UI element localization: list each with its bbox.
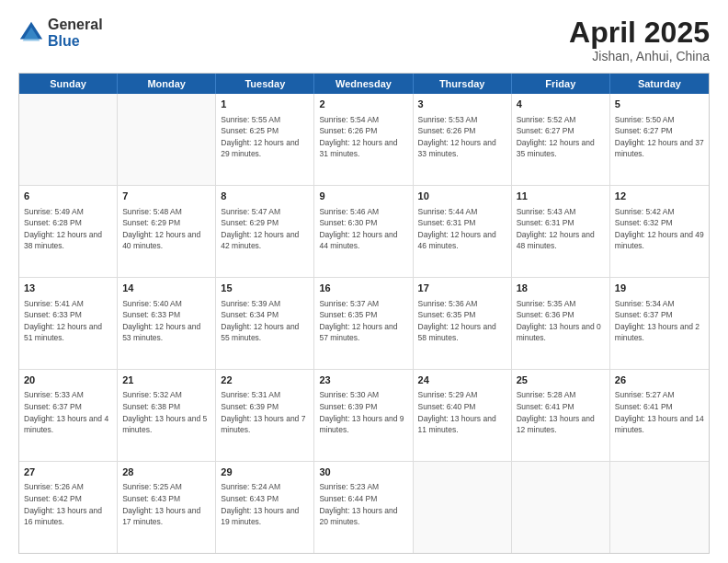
calendar-cell: 21Sunrise: 5:32 AMSunset: 6:38 PMDayligh… bbox=[118, 370, 216, 461]
calendar-cell bbox=[414, 462, 512, 553]
calendar-cell: 5Sunrise: 5:50 AMSunset: 6:27 PMDaylight… bbox=[610, 94, 709, 185]
cell-text: Sunrise: 5:52 AMSunset: 6:27 PMDaylight:… bbox=[517, 115, 595, 159]
day-number: 9 bbox=[319, 190, 407, 203]
calendar-cell: 6Sunrise: 5:49 AMSunset: 6:28 PMDaylight… bbox=[19, 186, 118, 277]
calendar-row-1: 1Sunrise: 5:55 AMSunset: 6:25 PMDaylight… bbox=[19, 94, 709, 185]
cell-text: Sunrise: 5:25 AMSunset: 6:43 PMDaylight:… bbox=[122, 482, 200, 526]
day-number: 13 bbox=[24, 282, 112, 295]
calendar-cell bbox=[118, 94, 216, 185]
calendar-cell: 28Sunrise: 5:25 AMSunset: 6:43 PMDayligh… bbox=[118, 462, 216, 553]
calendar-cell: 25Sunrise: 5:28 AMSunset: 6:41 PMDayligh… bbox=[512, 370, 610, 461]
day-number: 29 bbox=[221, 465, 309, 479]
day-number: 28 bbox=[122, 465, 210, 479]
calendar-cell bbox=[512, 462, 610, 553]
day-number: 23 bbox=[319, 373, 407, 387]
header: General Blue April 2025 Jishan, Anhui, C… bbox=[18, 17, 710, 63]
day-number: 17 bbox=[418, 282, 506, 295]
header-monday: Monday bbox=[118, 74, 216, 94]
cell-text: Sunrise: 5:24 AMSunset: 6:43 PMDaylight:… bbox=[221, 482, 299, 526]
header-thursday: Thursday bbox=[414, 74, 512, 94]
calendar-row-4: 20Sunrise: 5:33 AMSunset: 6:37 PMDayligh… bbox=[19, 369, 709, 461]
cell-text: Sunrise: 5:36 AMSunset: 6:35 PMDaylight:… bbox=[418, 299, 496, 343]
cell-text: Sunrise: 5:23 AMSunset: 6:44 PMDaylight:… bbox=[319, 482, 397, 526]
cell-text: Sunrise: 5:26 AMSunset: 6:42 PMDaylight:… bbox=[24, 482, 102, 526]
day-number: 11 bbox=[517, 190, 605, 203]
cell-text: Sunrise: 5:39 AMSunset: 6:34 PMDaylight:… bbox=[221, 299, 299, 343]
page: General Blue April 2025 Jishan, Anhui, C… bbox=[0, 0, 728, 563]
calendar-header: Sunday Monday Tuesday Wednesday Thursday… bbox=[19, 74, 709, 94]
day-number: 4 bbox=[517, 98, 605, 111]
calendar-cell: 1Sunrise: 5:55 AMSunset: 6:25 PMDaylight… bbox=[216, 94, 314, 185]
cell-text: Sunrise: 5:44 AMSunset: 6:31 PMDaylight:… bbox=[418, 207, 496, 251]
calendar-cell: 11Sunrise: 5:43 AMSunset: 6:31 PMDayligh… bbox=[512, 186, 610, 277]
calendar-cell: 17Sunrise: 5:36 AMSunset: 6:35 PMDayligh… bbox=[414, 278, 512, 369]
calendar-cell: 30Sunrise: 5:23 AMSunset: 6:44 PMDayligh… bbox=[314, 462, 413, 553]
cell-text: Sunrise: 5:31 AMSunset: 6:39 PMDaylight:… bbox=[221, 390, 305, 434]
calendar-cell: 22Sunrise: 5:31 AMSunset: 6:39 PMDayligh… bbox=[216, 370, 314, 461]
day-number: 2 bbox=[319, 98, 407, 111]
cell-text: Sunrise: 5:50 AMSunset: 6:27 PMDaylight:… bbox=[615, 115, 704, 159]
logo-blue-text: Blue bbox=[48, 33, 103, 50]
calendar-cell: 14Sunrise: 5:40 AMSunset: 6:33 PMDayligh… bbox=[118, 278, 216, 369]
location: Jishan, Anhui, China bbox=[569, 49, 710, 63]
cell-text: Sunrise: 5:33 AMSunset: 6:37 PMDaylight:… bbox=[24, 390, 108, 434]
cell-text: Sunrise: 5:27 AMSunset: 6:41 PMDaylight:… bbox=[615, 390, 704, 434]
calendar-cell bbox=[19, 94, 118, 185]
day-number: 3 bbox=[418, 98, 506, 111]
cell-text: Sunrise: 5:46 AMSunset: 6:30 PMDaylight:… bbox=[319, 207, 397, 251]
calendar-cell: 9Sunrise: 5:46 AMSunset: 6:30 PMDaylight… bbox=[314, 186, 413, 277]
cell-text: Sunrise: 5:28 AMSunset: 6:41 PMDaylight:… bbox=[517, 390, 595, 434]
cell-text: Sunrise: 5:30 AMSunset: 6:39 PMDaylight:… bbox=[319, 390, 404, 434]
calendar-cell: 8Sunrise: 5:47 AMSunset: 6:29 PMDaylight… bbox=[216, 186, 314, 277]
header-tuesday: Tuesday bbox=[216, 74, 314, 94]
cell-text: Sunrise: 5:32 AMSunset: 6:38 PMDaylight:… bbox=[122, 390, 207, 434]
header-wednesday: Wednesday bbox=[314, 74, 413, 94]
day-number: 22 bbox=[221, 373, 309, 387]
header-saturday: Saturday bbox=[610, 74, 709, 94]
logo-icon bbox=[18, 20, 44, 46]
calendar-cell: 24Sunrise: 5:29 AMSunset: 6:40 PMDayligh… bbox=[414, 370, 512, 461]
calendar-cell bbox=[610, 462, 709, 553]
day-number: 24 bbox=[418, 373, 506, 387]
calendar-cell: 26Sunrise: 5:27 AMSunset: 6:41 PMDayligh… bbox=[610, 370, 709, 461]
cell-text: Sunrise: 5:37 AMSunset: 6:35 PMDaylight:… bbox=[319, 299, 397, 343]
day-number: 27 bbox=[24, 465, 112, 479]
calendar-cell: 23Sunrise: 5:30 AMSunset: 6:39 PMDayligh… bbox=[314, 370, 413, 461]
day-number: 1 bbox=[221, 98, 309, 111]
day-number: 20 bbox=[24, 373, 112, 387]
day-number: 30 bbox=[319, 465, 407, 479]
logo-general-text: General bbox=[48, 17, 103, 33]
calendar-cell: 12Sunrise: 5:42 AMSunset: 6:32 PMDayligh… bbox=[610, 186, 709, 277]
logo: General Blue bbox=[18, 17, 103, 49]
calendar-cell: 15Sunrise: 5:39 AMSunset: 6:34 PMDayligh… bbox=[216, 278, 314, 369]
calendar-cell: 27Sunrise: 5:26 AMSunset: 6:42 PMDayligh… bbox=[19, 462, 118, 553]
day-number: 14 bbox=[122, 282, 210, 295]
cell-text: Sunrise: 5:42 AMSunset: 6:32 PMDaylight:… bbox=[615, 207, 704, 251]
day-number: 5 bbox=[615, 98, 704, 111]
day-number: 18 bbox=[517, 282, 605, 295]
cell-text: Sunrise: 5:35 AMSunset: 6:36 PMDaylight:… bbox=[517, 299, 601, 343]
calendar-cell: 20Sunrise: 5:33 AMSunset: 6:37 PMDayligh… bbox=[19, 370, 118, 461]
day-number: 12 bbox=[615, 190, 704, 203]
calendar-cell: 18Sunrise: 5:35 AMSunset: 6:36 PMDayligh… bbox=[512, 278, 610, 369]
cell-text: Sunrise: 5:54 AMSunset: 6:26 PMDaylight:… bbox=[319, 115, 397, 159]
day-number: 15 bbox=[221, 282, 309, 295]
calendar-cell: 2Sunrise: 5:54 AMSunset: 6:26 PMDaylight… bbox=[314, 94, 413, 185]
day-number: 19 bbox=[615, 282, 704, 295]
cell-text: Sunrise: 5:29 AMSunset: 6:40 PMDaylight:… bbox=[418, 390, 496, 434]
cell-text: Sunrise: 5:47 AMSunset: 6:29 PMDaylight:… bbox=[221, 207, 299, 251]
cell-text: Sunrise: 5:53 AMSunset: 6:26 PMDaylight:… bbox=[418, 115, 496, 159]
day-number: 7 bbox=[122, 190, 210, 203]
calendar-cell: 4Sunrise: 5:52 AMSunset: 6:27 PMDaylight… bbox=[512, 94, 610, 185]
calendar-row-5: 27Sunrise: 5:26 AMSunset: 6:42 PMDayligh… bbox=[19, 461, 709, 553]
cell-text: Sunrise: 5:55 AMSunset: 6:25 PMDaylight:… bbox=[221, 115, 299, 159]
day-number: 21 bbox=[122, 373, 210, 387]
cell-text: Sunrise: 5:34 AMSunset: 6:37 PMDaylight:… bbox=[615, 299, 700, 343]
day-number: 16 bbox=[319, 282, 407, 295]
day-number: 25 bbox=[517, 373, 605, 387]
calendar: Sunday Monday Tuesday Wednesday Thursday… bbox=[18, 73, 710, 554]
calendar-row-2: 6Sunrise: 5:49 AMSunset: 6:28 PMDaylight… bbox=[19, 185, 709, 277]
cell-text: Sunrise: 5:49 AMSunset: 6:28 PMDaylight:… bbox=[24, 207, 102, 251]
header-sunday: Sunday bbox=[19, 74, 118, 94]
calendar-cell: 10Sunrise: 5:44 AMSunset: 6:31 PMDayligh… bbox=[414, 186, 512, 277]
